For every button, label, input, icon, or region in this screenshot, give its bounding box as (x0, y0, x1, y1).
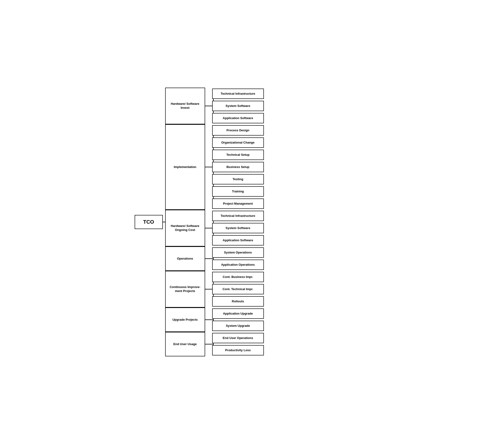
leaf-entry-hw-sw-invest-0: Technical Infrastructure (212, 88, 370, 100)
leaf-box-implementation-1: Organizational Change (212, 137, 264, 148)
leaf-box-implementation-0: Process Design (212, 125, 264, 136)
leaf-entry-implementation-6: Project Management (212, 197, 370, 210)
leaf-entry-implementation-3: Business Setup (212, 161, 370, 173)
leaf-entry-implementation-1: Organizational Change (212, 137, 370, 149)
leaf-entry-hw-sw-invest-1: System Software (212, 100, 370, 112)
leaf-box-upgrade-projects-0: Application Upgrade (212, 308, 264, 319)
leaf-entry-implementation-4: Testing (212, 173, 370, 185)
leaf-box-end-user-usage-0: End User Operations (212, 333, 264, 343)
category-list: Hardware/ Software InvestImplementationH… (165, 88, 212, 356)
cat-box-end-user-usage: End User Usage (165, 332, 205, 356)
leaf-box-operations-1: Application Operations (212, 260, 264, 270)
cat-box-hw-sw-invest: Hardware/ Software Invest (165, 88, 205, 124)
leaf-box-upgrade-projects-1: System Upgrade (212, 321, 264, 331)
cat-entry-end-user-usage: End User Usage (165, 332, 212, 356)
leaf-group-cont-improve: Cont. Business Impr.Cont. Technical Impr… (212, 271, 370, 307)
leaf-box-hw-sw-invest-2: Application Software (212, 113, 264, 123)
leaf-box-cont-improve-1: Cont. Technical Impr. (212, 284, 264, 294)
leaf-box-cont-improve-2: Rollouts (212, 296, 264, 307)
root-node: TCO (135, 215, 163, 229)
category-column: Hardware/ Software InvestImplementationH… (165, 88, 212, 356)
cat-box-implementation: Implementation (165, 124, 205, 210)
leaf-column: Technical InfrastructureSystem SoftwareA… (212, 88, 370, 356)
leaf-entry-end-user-usage-1: Productivity Loss (212, 344, 370, 356)
leaf-entry-operations-1: Application Operations (212, 259, 370, 271)
leaf-entry-operations-0: System Operations (212, 247, 370, 259)
leaf-group-operations: System OperationsApplication Operations (212, 247, 370, 271)
leaf-group-implementation: Process DesignOrganizational ChangeTechn… (212, 124, 370, 210)
leaf-box-implementation-5: Training (212, 186, 264, 197)
leaf-box-implementation-2: Technical Setup (212, 150, 264, 160)
leaf-group-hw-sw-ongoing: Technical InfrastructureSystem SoftwareA… (212, 210, 370, 247)
leaf-entry-implementation-2: Technical Setup (212, 149, 370, 161)
leaf-entry-cont-improve-2: Rollouts (212, 295, 370, 307)
cat-entry-operations: Operations (165, 247, 212, 271)
leaf-entry-hw-sw-ongoing-1: System Software (212, 222, 370, 234)
leaf-box-cont-improve-0: Cont. Business Impr. (212, 272, 264, 282)
leaf-entry-implementation-0: Process Design (212, 124, 370, 137)
leaf-box-hw-sw-invest-1: System Software (212, 101, 264, 111)
leaf-box-implementation-3: Business Setup (212, 162, 264, 172)
leaf-entry-hw-sw-ongoing-2: Application Software (212, 234, 370, 247)
leaf-box-end-user-usage-1: Productivity Loss (212, 345, 264, 355)
leaf-entry-implementation-5: Training (212, 185, 370, 197)
leaf-box-hw-sw-ongoing-2: Application Software (212, 235, 264, 246)
leaf-box-implementation-6: Project Management (212, 198, 264, 209)
cat-entry-implementation: Implementation (165, 124, 212, 210)
leaf-entry-hw-sw-ongoing-0: Technical Infrastructure (212, 210, 370, 222)
leaf-entry-end-user-usage-0: End User Operations (212, 332, 370, 344)
leaf-entry-cont-improve-1: Cont. Technical Impr. (212, 283, 370, 295)
cat-box-hw-sw-ongoing: Hardware/ Software Ongoing Cost (165, 210, 205, 247)
leaf-entry-upgrade-projects-1: System Upgrade (212, 320, 370, 332)
leaf-box-hw-sw-ongoing-0: Technical Infrastructure (212, 211, 264, 221)
leaf-group-upgrade-projects: Application UpgradeSystem Upgrade (212, 307, 370, 332)
cat-box-operations: Operations (165, 247, 205, 271)
leaf-entry-cont-improve-0: Cont. Business Impr. (212, 271, 370, 283)
cat-box-upgrade-projects: Upgrade Projects (165, 307, 205, 332)
cat-entry-upgrade-projects: Upgrade Projects (165, 307, 212, 332)
cat-box-cont-improve: Continuous Improve- ment Projects (165, 271, 205, 307)
leaf-box-implementation-4: Testing (212, 174, 264, 184)
leaf-box-hw-sw-ongoing-1: System Software (212, 223, 264, 233)
root-label: TCO (143, 219, 154, 225)
diagram: TCO Hardware/ Software InvestImplementat… (135, 88, 370, 356)
leaf-group-hw-sw-invest: Technical InfrastructureSystem SoftwareA… (212, 88, 370, 124)
cat-entry-hw-sw-invest: Hardware/ Software Invest (165, 88, 212, 124)
leaf-entry-upgrade-projects-0: Application Upgrade (212, 307, 370, 320)
cat-entry-hw-sw-ongoing: Hardware/ Software Ongoing Cost (165, 210, 212, 247)
cat-entry-cont-improve: Continuous Improve- ment Projects (165, 271, 212, 307)
leaf-box-operations-0: System Operations (212, 247, 264, 258)
leaf-group-end-user-usage: End User OperationsProductivity Loss (212, 332, 370, 356)
leaf-box-hw-sw-invest-0: Technical Infrastructure (212, 89, 264, 99)
leaf-entry-hw-sw-invest-2: Application Software (212, 112, 370, 124)
